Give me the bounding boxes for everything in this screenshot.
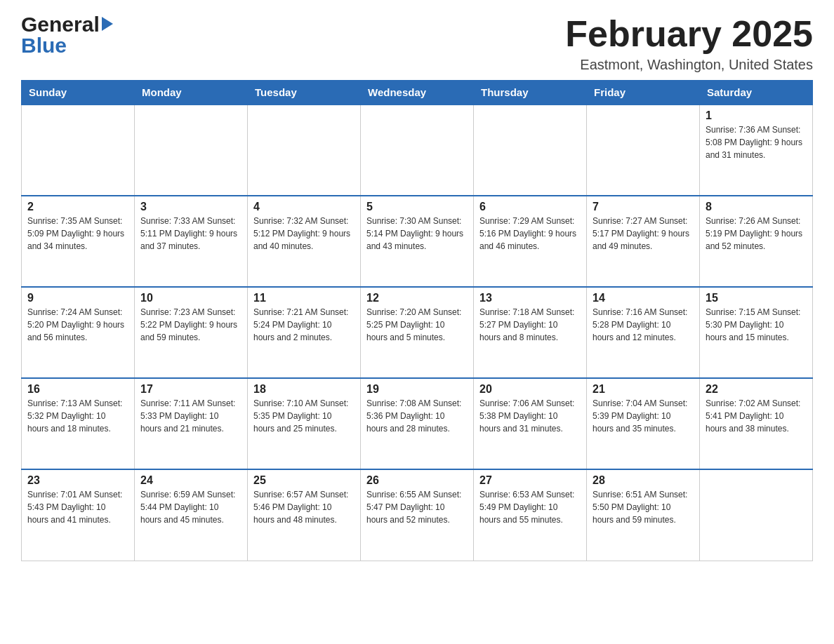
day-number: 19 <box>366 383 468 396</box>
weekday-header-row: SundayMondayTuesdayWednesdayThursdayFrid… <box>22 81 813 105</box>
day-info: Sunrise: 7:32 AM Sunset: 5:12 PM Dayligh… <box>253 215 355 253</box>
day-info: Sunrise: 7:36 AM Sunset: 5:08 PM Dayligh… <box>706 123 807 161</box>
calendar-cell <box>361 105 474 196</box>
day-number: 27 <box>479 474 581 487</box>
location-subtitle: Eastmont, Washington, United States <box>565 57 813 73</box>
day-info: Sunrise: 7:11 AM Sunset: 5:33 PM Dayligh… <box>140 397 241 435</box>
day-info: Sunrise: 7:29 AM Sunset: 5:16 PM Dayligh… <box>479 215 581 253</box>
calendar-cell <box>135 105 248 196</box>
calendar-cell <box>700 469 813 561</box>
weekday-header-sunday: Sunday <box>22 81 135 105</box>
day-info: Sunrise: 7:10 AM Sunset: 5:35 PM Dayligh… <box>253 397 355 435</box>
calendar-cell: 6Sunrise: 7:29 AM Sunset: 5:16 PM Daylig… <box>474 196 587 287</box>
day-info: Sunrise: 6:51 AM Sunset: 5:50 PM Dayligh… <box>593 488 694 526</box>
day-info: Sunrise: 7:15 AM Sunset: 5:30 PM Dayligh… <box>706 306 807 344</box>
calendar-table: SundayMondayTuesdayWednesdayThursdayFrid… <box>21 80 813 561</box>
day-number: 17 <box>140 383 241 396</box>
page-header: General Blue February 2025 Eastmont, Was… <box>21 14 813 73</box>
logo: General Blue <box>21 14 113 56</box>
calendar-cell: 2Sunrise: 7:35 AM Sunset: 5:09 PM Daylig… <box>22 196 135 287</box>
day-info: Sunrise: 7:26 AM Sunset: 5:19 PM Dayligh… <box>706 215 807 253</box>
calendar-cell: 23Sunrise: 7:01 AM Sunset: 5:43 PM Dayli… <box>22 469 135 561</box>
day-info: Sunrise: 7:33 AM Sunset: 5:11 PM Dayligh… <box>140 215 241 253</box>
day-info: Sunrise: 7:27 AM Sunset: 5:17 PM Dayligh… <box>593 215 694 253</box>
day-number: 22 <box>706 383 807 396</box>
day-number: 23 <box>27 474 128 487</box>
day-number: 18 <box>253 383 355 396</box>
logo-blue-text: Blue <box>21 35 67 56</box>
calendar-cell: 24Sunrise: 6:59 AM Sunset: 5:44 PM Dayli… <box>135 469 248 561</box>
calendar-cell: 26Sunrise: 6:55 AM Sunset: 5:47 PM Dayli… <box>361 469 474 561</box>
calendar-week-row: 23Sunrise: 7:01 AM Sunset: 5:43 PM Dayli… <box>22 469 813 561</box>
calendar-cell: 21Sunrise: 7:04 AM Sunset: 5:39 PM Dayli… <box>587 378 700 469</box>
calendar-cell: 17Sunrise: 7:11 AM Sunset: 5:33 PM Dayli… <box>135 378 248 469</box>
day-info: Sunrise: 7:18 AM Sunset: 5:27 PM Dayligh… <box>479 306 581 344</box>
day-info: Sunrise: 7:20 AM Sunset: 5:25 PM Dayligh… <box>366 306 468 344</box>
calendar-cell <box>22 105 135 196</box>
logo-triangle-icon <box>102 17 113 31</box>
day-info: Sunrise: 7:02 AM Sunset: 5:41 PM Dayligh… <box>706 397 807 435</box>
day-number: 11 <box>253 292 355 304</box>
day-number: 6 <box>479 201 581 213</box>
calendar-cell <box>248 105 361 196</box>
day-info: Sunrise: 7:35 AM Sunset: 5:09 PM Dayligh… <box>27 215 128 253</box>
day-info: Sunrise: 6:55 AM Sunset: 5:47 PM Dayligh… <box>366 488 468 526</box>
day-info: Sunrise: 7:16 AM Sunset: 5:28 PM Dayligh… <box>593 306 694 344</box>
day-info: Sunrise: 6:57 AM Sunset: 5:46 PM Dayligh… <box>253 488 355 526</box>
day-number: 5 <box>366 201 468 213</box>
calendar-cell: 20Sunrise: 7:06 AM Sunset: 5:38 PM Dayli… <box>474 378 587 469</box>
day-number: 4 <box>253 201 355 213</box>
day-number: 16 <box>27 383 128 396</box>
day-number: 10 <box>140 292 241 304</box>
calendar-cell: 11Sunrise: 7:21 AM Sunset: 5:24 PM Dayli… <box>248 287 361 378</box>
calendar-cell: 8Sunrise: 7:26 AM Sunset: 5:19 PM Daylig… <box>700 196 813 287</box>
day-info: Sunrise: 7:01 AM Sunset: 5:43 PM Dayligh… <box>27 488 128 526</box>
day-number: 24 <box>140 474 241 487</box>
day-number: 15 <box>706 292 807 304</box>
calendar-week-row: 16Sunrise: 7:13 AM Sunset: 5:32 PM Dayli… <box>22 378 813 469</box>
calendar-cell: 9Sunrise: 7:24 AM Sunset: 5:20 PM Daylig… <box>22 287 135 378</box>
day-info: Sunrise: 7:21 AM Sunset: 5:24 PM Dayligh… <box>253 306 355 344</box>
calendar-week-row: 1Sunrise: 7:36 AM Sunset: 5:08 PM Daylig… <box>22 105 813 196</box>
day-number: 13 <box>479 292 581 304</box>
weekday-header-tuesday: Tuesday <box>248 81 361 105</box>
calendar-cell: 28Sunrise: 6:51 AM Sunset: 5:50 PM Dayli… <box>587 469 700 561</box>
calendar-week-row: 2Sunrise: 7:35 AM Sunset: 5:09 PM Daylig… <box>22 196 813 287</box>
day-number: 2 <box>27 201 128 213</box>
day-info: Sunrise: 7:08 AM Sunset: 5:36 PM Dayligh… <box>366 397 468 435</box>
calendar-cell: 12Sunrise: 7:20 AM Sunset: 5:25 PM Dayli… <box>361 287 474 378</box>
weekday-header-monday: Monday <box>135 81 248 105</box>
day-info: Sunrise: 7:24 AM Sunset: 5:20 PM Dayligh… <box>27 306 128 344</box>
day-info: Sunrise: 6:53 AM Sunset: 5:49 PM Dayligh… <box>479 488 581 526</box>
weekday-header-thursday: Thursday <box>474 81 587 105</box>
day-number: 12 <box>366 292 468 304</box>
calendar-cell: 22Sunrise: 7:02 AM Sunset: 5:41 PM Dayli… <box>700 378 813 469</box>
weekday-header-wednesday: Wednesday <box>361 81 474 105</box>
day-number: 7 <box>593 201 694 213</box>
day-info: Sunrise: 7:30 AM Sunset: 5:14 PM Dayligh… <box>366 215 468 253</box>
month-title: February 2025 <box>565 14 813 54</box>
day-number: 8 <box>706 201 807 213</box>
day-info: Sunrise: 7:04 AM Sunset: 5:39 PM Dayligh… <box>593 397 694 435</box>
calendar-cell: 16Sunrise: 7:13 AM Sunset: 5:32 PM Dayli… <box>22 378 135 469</box>
day-info: Sunrise: 7:23 AM Sunset: 5:22 PM Dayligh… <box>140 306 241 344</box>
calendar-cell: 4Sunrise: 7:32 AM Sunset: 5:12 PM Daylig… <box>248 196 361 287</box>
day-number: 20 <box>479 383 581 396</box>
logo-general-text: General <box>21 14 100 35</box>
calendar-cell: 14Sunrise: 7:16 AM Sunset: 5:28 PM Dayli… <box>587 287 700 378</box>
day-info: Sunrise: 7:06 AM Sunset: 5:38 PM Dayligh… <box>479 397 581 435</box>
calendar-cell <box>587 105 700 196</box>
weekday-header-friday: Friday <box>587 81 700 105</box>
calendar-cell: 15Sunrise: 7:15 AM Sunset: 5:30 PM Dayli… <box>700 287 813 378</box>
title-block: February 2025 Eastmont, Washington, Unit… <box>565 14 813 73</box>
day-number: 26 <box>366 474 468 487</box>
calendar-cell: 10Sunrise: 7:23 AM Sunset: 5:22 PM Dayli… <box>135 287 248 378</box>
calendar-cell: 25Sunrise: 6:57 AM Sunset: 5:46 PM Dayli… <box>248 469 361 561</box>
calendar-cell: 19Sunrise: 7:08 AM Sunset: 5:36 PM Dayli… <box>361 378 474 469</box>
day-info: Sunrise: 7:13 AM Sunset: 5:32 PM Dayligh… <box>27 397 128 435</box>
calendar-cell <box>474 105 587 196</box>
calendar-week-row: 9Sunrise: 7:24 AM Sunset: 5:20 PM Daylig… <box>22 287 813 378</box>
day-number: 25 <box>253 474 355 487</box>
day-number: 28 <box>593 474 694 487</box>
calendar-cell: 5Sunrise: 7:30 AM Sunset: 5:14 PM Daylig… <box>361 196 474 287</box>
